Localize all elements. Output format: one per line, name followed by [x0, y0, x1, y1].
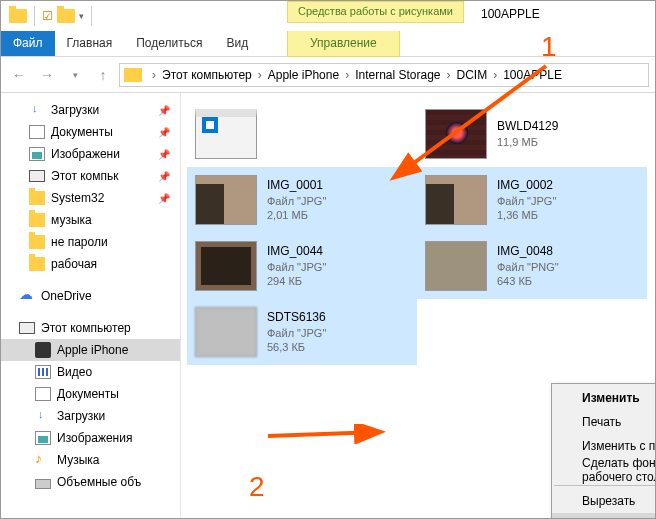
tab-view[interactable]: Вид [214, 31, 260, 56]
sidebar-item[interactable]: Музыка [1, 449, 180, 471]
breadcrumb-item[interactable]: 100APPLE [503, 68, 562, 82]
tab-home[interactable]: Главная [55, 31, 125, 56]
file-info: IMG_0002 Файл "JPG" 1,36 МБ [497, 178, 556, 222]
sidebar-item-label: System32 [51, 191, 104, 205]
file-type: Файл "JPG" [267, 194, 326, 208]
navigation-pane: Загрузки📌Документы📌Изображени📌Этот компь… [1, 93, 181, 519]
checkbox-icon[interactable]: ☑ [42, 9, 53, 23]
tab-manage[interactable]: Управление [287, 31, 400, 57]
context-menu-label: Изменить [582, 391, 640, 405]
sidebar-this-pc[interactable]: Этот компьютер [1, 317, 180, 339]
breadcrumb-item[interactable]: Apple iPhone [268, 68, 339, 82]
sidebar-item[interactable]: Объемные объ [1, 471, 180, 493]
context-menu-separator [554, 485, 656, 486]
file-thumbnail [195, 307, 257, 357]
file-item[interactable]: IMG_0001 Файл "JPG" 2,01 МБ [187, 167, 417, 233]
folder-icon [124, 68, 142, 82]
context-menu-item[interactable]: Изменить [552, 386, 656, 410]
pic-icon [29, 147, 45, 161]
pin-icon: 📌 [158, 171, 170, 182]
folder-icon [29, 257, 45, 271]
dl-icon [29, 103, 45, 117]
folder-icon [9, 9, 27, 23]
sidebar-item-label: Загрузки [57, 409, 105, 423]
sidebar-onedrive[interactable]: OneDrive [1, 285, 180, 307]
file-size: 56,3 КБ [267, 340, 326, 354]
sidebar-item[interactable]: не пароли [1, 231, 180, 253]
sidebar-item-label: Этот компьк [51, 169, 119, 183]
context-menu-item[interactable]: Печать [552, 410, 656, 434]
context-menu-label: Изменить с помощью Paint 3D [582, 439, 656, 453]
sidebar-item[interactable]: Загрузки📌 [1, 99, 180, 121]
contextual-tab-label: Средства работы с рисунками [287, 1, 464, 23]
navigation-bar: ← → ▾ ↑ › Этот компьютер› Apple iPhone› … [1, 57, 655, 93]
sidebar-item[interactable]: музыка [1, 209, 180, 231]
back-button[interactable]: ← [7, 63, 31, 87]
context-menu-item[interactable]: Сделать фоновым изображением рабочего ст… [552, 458, 656, 482]
file-name: BWLD4129 [497, 119, 558, 135]
context-menu-label: Вырезать [582, 494, 635, 508]
file-view[interactable]: BWLD4129 11,9 МБ IMG_0001 Файл "JPG" 2,0… [181, 93, 655, 519]
qat-dropdown-icon[interactable]: ▾ [79, 11, 84, 21]
sidebar-item-label: Видео [57, 365, 92, 379]
sidebar-item[interactable]: рабочая [1, 253, 180, 275]
sidebar-item-label: не пароли [51, 235, 108, 249]
sidebar-item-label: рабочая [51, 257, 97, 271]
file-thumbnail [425, 241, 487, 291]
sidebar-item[interactable]: Изображени📌 [1, 143, 180, 165]
sidebar-item-label: OneDrive [41, 289, 92, 303]
file-item[interactable]: SDTS6136 Файл "JPG" 56,3 КБ [187, 299, 417, 365]
file-name: IMG_0001 [267, 178, 326, 194]
up-button[interactable]: ↑ [91, 63, 115, 87]
sidebar-item-label: Объемные объ [57, 475, 141, 489]
context-menu-item[interactable]: Вырезать [552, 489, 656, 513]
file-item[interactable] [187, 101, 417, 167]
sidebar-item[interactable]: Загрузки [1, 405, 180, 427]
sidebar-item-label: музыка [51, 213, 92, 227]
folder-icon [57, 9, 75, 23]
context-menu-item[interactable]: Копировать [552, 513, 656, 519]
pin-icon: 📌 [158, 193, 170, 204]
tab-share[interactable]: Поделиться [124, 31, 214, 56]
file-size: 1,36 МБ [497, 208, 556, 222]
file-item[interactable]: IMG_0002 Файл "JPG" 1,36 МБ [417, 167, 647, 233]
sidebar-item-label: Этот компьютер [41, 321, 131, 335]
file-name: SDTS6136 [267, 310, 326, 326]
recent-dropdown-icon[interactable]: ▾ [63, 63, 87, 87]
tab-file[interactable]: Файл [1, 31, 55, 56]
pin-icon: 📌 [158, 105, 170, 116]
context-menu-item[interactable]: Изменить с помощью Paint 3D [552, 434, 656, 458]
breadcrumb-item[interactable]: Этот компьютер [162, 68, 252, 82]
file-thumbnail [425, 175, 487, 225]
file-item[interactable]: IMG_0048 Файл "PNG" 643 КБ [417, 233, 647, 299]
file-info: SDTS6136 Файл "JPG" 56,3 КБ [267, 310, 326, 354]
pin-icon: 📌 [158, 127, 170, 138]
context-menu: ИзменитьПечатьИзменить с помощью Paint 3… [551, 383, 656, 519]
sidebar-item-label: Изображени [51, 147, 120, 161]
sidebar-item[interactable]: Видео [1, 361, 180, 383]
sidebar-item[interactable]: System32📌 [1, 187, 180, 209]
file-item[interactable]: IMG_0044 Файл "JPG" 294 КБ [187, 233, 417, 299]
breadcrumb-item[interactable]: DCIM [457, 68, 488, 82]
file-size: 643 КБ [497, 274, 559, 288]
context-menu-label: Сделать фоновым изображением рабочего ст… [582, 456, 656, 484]
window-title: 100APPLE [481, 7, 540, 21]
file-name: IMG_0048 [497, 244, 559, 260]
quick-access-toolbar: ☑ ▾ [1, 6, 103, 26]
breadcrumb-item[interactable]: Internal Storage [355, 68, 440, 82]
sidebar-item-label: Документы [57, 387, 119, 401]
sidebar-item-label: Музыка [57, 453, 99, 467]
sidebar-item[interactable]: Документы📌 [1, 121, 180, 143]
file-thumbnail [195, 109, 257, 159]
sidebar-item[interactable]: Этот компьк📌 [1, 165, 180, 187]
main-area: Загрузки📌Документы📌Изображени📌Этот компь… [1, 93, 655, 519]
forward-button[interactable]: → [35, 63, 59, 87]
file-item[interactable]: BWLD4129 11,9 МБ [417, 101, 647, 167]
file-thumbnail [425, 109, 487, 159]
sidebar-item[interactable]: Apple iPhone [1, 339, 180, 361]
address-bar[interactable]: › Этот компьютер› Apple iPhone› Internal… [119, 63, 649, 87]
file-size: 2,01 МБ [267, 208, 326, 222]
sidebar-item[interactable]: Изображения [1, 427, 180, 449]
pic-icon [35, 431, 51, 445]
sidebar-item[interactable]: Документы [1, 383, 180, 405]
